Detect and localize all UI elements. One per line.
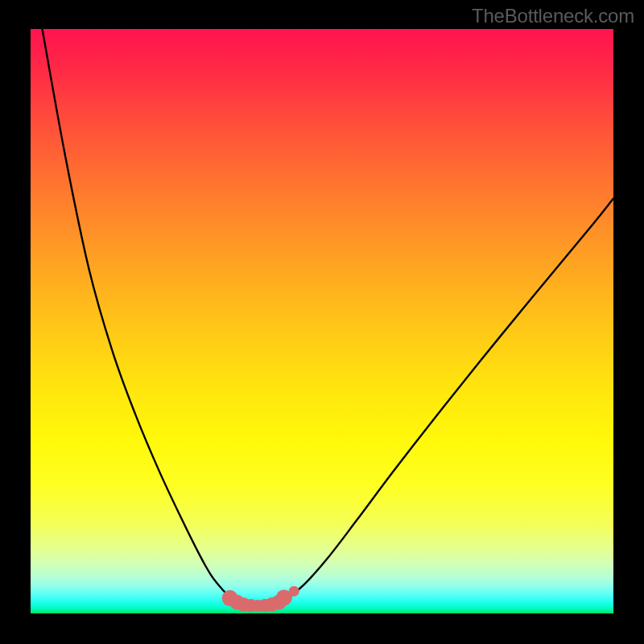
curve-right-branch (279, 199, 613, 603)
watermark-text: TheBottleneck.com (472, 5, 634, 27)
valley-marker-outlier (289, 586, 299, 597)
valley-markers (222, 586, 299, 612)
chart-frame: TheBottleneck.com (0, 0, 644, 644)
curve-left-branch (42, 29, 237, 603)
plot-area (31, 29, 613, 613)
curve-layer (31, 29, 613, 613)
